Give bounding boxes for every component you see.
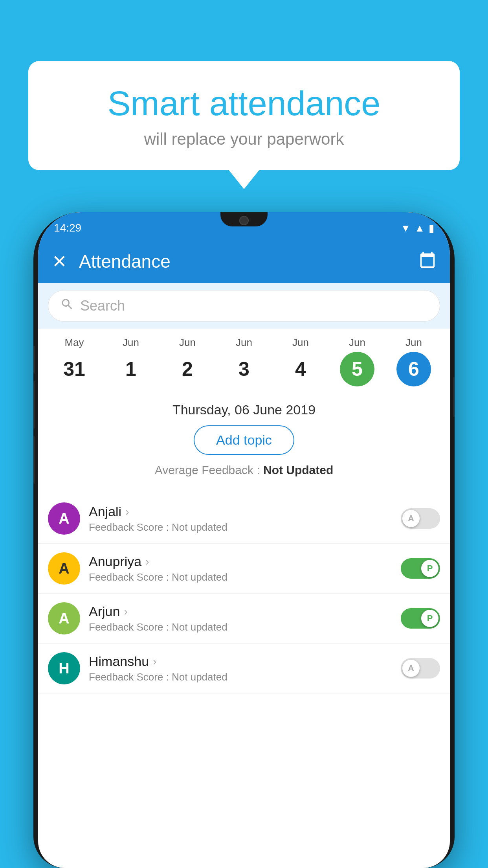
date-col-3[interactable]: Jun 3 [220, 337, 268, 386]
student-item-arjun[interactable]: A Arjun › Feedback Score : Not updated P [38, 594, 450, 644]
status-time: 14:29 [54, 222, 81, 234]
student-info-anupriya: Anupriya › Feedback Score : Not updated [89, 554, 392, 583]
chevron-icon-anjali: › [125, 506, 129, 518]
toggle-himanshu[interactable]: A [401, 658, 440, 679]
avatar-anjali: A [48, 502, 80, 535]
student-name-himanshu: Himanshu [89, 654, 149, 669]
student-info-anjali: Anjali › Feedback Score : Not updated [89, 504, 392, 533]
date-col-5[interactable]: Jun 5 [334, 337, 381, 386]
signal-icon: ▲ [415, 222, 425, 234]
speech-bubble-container: Smart attendance will replace your paper… [28, 61, 460, 170]
wifi-icon: ▼ [401, 222, 411, 234]
student-item-himanshu[interactable]: H Himanshu › Feedback Score : Not update… [38, 644, 450, 693]
student-info-himanshu: Himanshu › Feedback Score : Not updated [89, 654, 392, 683]
volume-down-button [33, 381, 35, 428]
app-bar: ✕ Attendance [38, 240, 450, 283]
avatar-anupriya: A [48, 552, 80, 585]
toggle-anupriya[interactable]: P [401, 558, 440, 579]
date-col-1[interactable]: Jun 1 [107, 337, 154, 386]
front-camera [239, 216, 249, 225]
phone-notch [220, 212, 268, 226]
phone-screen: 14:29 ▼ ▲ ▮ ✕ Attendance [38, 212, 450, 868]
student-name-anupriya: Anupriya [89, 554, 141, 569]
speech-subtitle: will replace your paperwork [48, 130, 440, 149]
chevron-icon-himanshu: › [153, 655, 156, 668]
avg-feedback-value: Not Updated [263, 463, 333, 476]
avg-feedback: Average Feedback : Not Updated [50, 463, 438, 477]
content-area: Thursday, 06 June 2019 Add topic Average… [38, 392, 450, 494]
chevron-icon-arjun: › [124, 605, 127, 618]
silent-button [33, 436, 35, 484]
chevron-icon-anupriya: › [145, 555, 149, 568]
battery-icon: ▮ [429, 222, 434, 234]
calendar-icon[interactable] [419, 251, 436, 272]
phone-frame: 14:29 ▼ ▲ ▮ ✕ Attendance [33, 212, 455, 868]
student-name-anjali: Anjali [89, 504, 121, 519]
date-col-6[interactable]: Jun 6 [390, 337, 437, 386]
search-bar[interactable]: Search [48, 290, 440, 322]
selected-date: Thursday, 06 June 2019 [50, 402, 438, 417]
speech-title: Smart attendance [48, 85, 440, 123]
avg-feedback-label: Average Feedback : [155, 463, 263, 476]
status-icons: ▼ ▲ ▮ [401, 222, 434, 234]
add-topic-button[interactable]: Add topic [194, 425, 294, 455]
date-col-0[interactable]: May 31 [51, 337, 98, 386]
avatar-arjun: A [48, 602, 80, 634]
search-placeholder: Search [80, 298, 125, 314]
student-item-anupriya[interactable]: A Anupriya › Feedback Score : Not update… [38, 544, 450, 594]
student-list: A Anjali › Feedback Score : Not updated … [38, 494, 450, 693]
student-name-arjun: Arjun [89, 604, 120, 619]
date-col-2[interactable]: Jun 2 [164, 337, 211, 386]
speech-bubble: Smart attendance will replace your paper… [28, 61, 460, 170]
calendar-row: May 31 Jun 1 Jun 2 Jun 3 Jun 4 Jun 5 [38, 329, 450, 392]
toggle-arjun[interactable]: P [401, 608, 440, 629]
app-title: Attendance [79, 251, 407, 272]
student-item-anjali[interactable]: A Anjali › Feedback Score : Not updated … [38, 494, 450, 544]
avatar-himanshu: H [48, 652, 80, 684]
date-col-4[interactable]: Jun 4 [277, 337, 324, 386]
close-button[interactable]: ✕ [52, 252, 67, 270]
search-container: Search [38, 283, 450, 329]
search-icon [60, 297, 74, 315]
student-info-arjun: Arjun › Feedback Score : Not updated [89, 604, 392, 633]
volume-up-button [33, 346, 35, 373]
power-button [453, 377, 455, 417]
toggle-anjali[interactable]: A [401, 508, 440, 529]
